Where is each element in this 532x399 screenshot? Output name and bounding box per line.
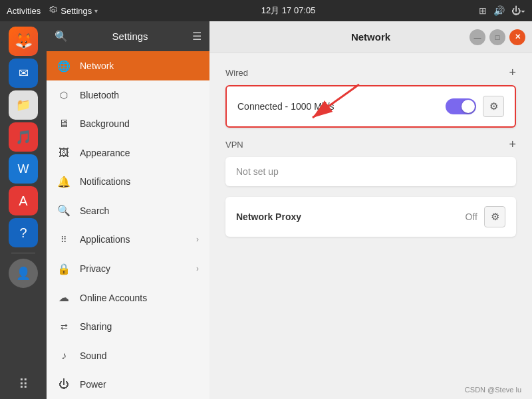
topbar: Activities Settings ▾ 12月 17 07:05 ⊞ 🔊 ⏻… — [0, 0, 532, 21]
settings-gear-icon — [49, 6, 58, 15]
bluetooth-icon: ⬡ — [57, 90, 70, 100]
toggle-knob — [462, 100, 475, 113]
sidebar-label-search: Search — [80, 205, 109, 216]
sidebar-label-notifications: Notifications — [80, 176, 130, 187]
sidebar-item-sharing[interactable]: ⇄ Sharing — [47, 312, 209, 341]
taskbar-rhythmbox[interactable]: 🎵 — [9, 122, 38, 152]
sidebar-label-network: Network — [80, 61, 114, 71]
main-window: 🦊 ✉ 📁 🎵 W A ? 👤 ⠿ 🔍 Settings ☰ 🌐 Network… — [0, 21, 532, 399]
sidebar-item-applications[interactable]: ⠿ Applications › — [47, 225, 209, 255]
taskbar-avatar[interactable]: 👤 — [9, 259, 38, 288]
maximize-button[interactable]: □ — [489, 29, 505, 45]
sidebar-label-applications: Applications — [80, 234, 130, 245]
applications-icon: ⠿ — [57, 235, 70, 245]
sidebar-item-sound[interactable]: ♪ Sound — [47, 341, 209, 370]
sidebar-item-power[interactable]: ⏻ Power — [47, 370, 209, 399]
topbar-app-name: Settings — [61, 6, 92, 16]
topbar-chevron-icon: ▾ — [94, 7, 98, 15]
sidebar-search-icon[interactable]: 🔍 — [55, 30, 68, 43]
settings-panel: 🔍 Settings ☰ 🌐 Network ⬡ Bluetooth 🖥 Bac… — [47, 21, 532, 399]
wired-section-label: Wired — [225, 68, 248, 78]
background-icon: 🖥 — [57, 118, 70, 130]
vpn-section: VPN + Not set up — [225, 138, 516, 186]
sidebar-label-background: Background — [80, 118, 130, 129]
proxy-settings-button[interactable]: ⚙ — [484, 206, 505, 227]
topbar-settings-label[interactable]: Settings ▾ — [49, 6, 98, 16]
sidebar-item-bluetooth[interactable]: ⬡ Bluetooth — [47, 80, 209, 110]
sidebar-label-bluetooth: Bluetooth — [80, 90, 119, 100]
close-button[interactable]: ✕ — [509, 29, 525, 45]
wired-connection-card: Connected - 1000 Mb/s ⚙ — [225, 85, 516, 128]
sidebar-item-network[interactable]: 🌐 Network — [47, 51, 209, 80]
taskbar-firefox[interactable]: 🦊 — [9, 27, 38, 56]
content-title: Network — [351, 31, 390, 43]
taskbar-files[interactable]: 📁 — [9, 90, 38, 120]
applications-chevron-icon: › — [196, 235, 199, 244]
sidebar-label-sharing: Sharing — [80, 321, 112, 332]
taskbar-help[interactable]: ? — [9, 218, 38, 247]
sidebar: 🔍 Settings ☰ 🌐 Network ⬡ Bluetooth 🖥 Bac… — [47, 21, 209, 399]
proxy-status: Off — [466, 211, 477, 222]
wired-connection-label: Connected - 1000 Mb/s — [237, 101, 446, 112]
content-area: Network — □ ✕ Wired + Connected - 1000 M… — [209, 21, 532, 399]
window-controls: — □ ✕ — [469, 29, 525, 45]
power-icon: ⏻ — [57, 378, 70, 390]
content-header: Network — □ ✕ — [209, 21, 532, 53]
sidebar-header: 🔍 Settings ☰ — [47, 21, 209, 51]
network-status-icon: ⊞ — [479, 5, 487, 16]
vpn-section-label: VPN — [225, 140, 243, 150]
network-proxy-card: Network Proxy Off ⚙ — [225, 197, 516, 237]
sidebar-label-online-accounts: Online Accounts — [80, 293, 147, 303]
sidebar-label-sound: Sound — [80, 350, 106, 361]
appearance-icon: 🖼 — [57, 147, 70, 159]
content-body: Wired + Connected - 1000 Mb/s ⚙ VPN — [209, 53, 532, 399]
proxy-label: Network Proxy — [236, 211, 466, 222]
sidebar-item-appearance[interactable]: 🖼 Appearance — [47, 138, 209, 168]
notifications-icon: 🔔 — [57, 176, 70, 188]
sidebar-label-privacy: Privacy — [80, 263, 110, 274]
vpn-section-header: VPN + — [225, 138, 516, 150]
vpn-status-card: Not set up — [225, 157, 516, 186]
sidebar-label-power: Power — [80, 379, 106, 390]
sharing-icon: ⇄ — [57, 322, 70, 332]
wired-add-button[interactable]: + — [509, 66, 516, 78]
taskbar-appstore[interactable]: A — [9, 186, 38, 215]
taskbar: 🦊 ✉ 📁 🎵 W A ? 👤 ⠿ — [0, 21, 47, 399]
volume-icon: 🔊 — [493, 5, 505, 16]
sidebar-item-privacy[interactable]: 🔒 Privacy › — [47, 254, 209, 283]
wired-section-header: Wired + — [225, 66, 516, 78]
watermark: CSDN @Steve lu — [465, 386, 521, 394]
sidebar-item-online-accounts[interactable]: ☁ Online Accounts — [47, 283, 209, 313]
online-accounts-icon: ☁ — [57, 291, 70, 304]
taskbar-thunderbird[interactable]: ✉ — [9, 59, 38, 88]
wired-toggle[interactable] — [446, 98, 476, 114]
sidebar-item-background[interactable]: 🖥 Background — [47, 110, 209, 139]
sound-icon: ♪ — [57, 350, 70, 362]
privacy-chevron-icon: › — [196, 264, 199, 273]
power-menu-icon[interactable]: ⏻▾ — [511, 5, 525, 16]
wired-section: Wired + Connected - 1000 Mb/s ⚙ — [225, 66, 516, 128]
wired-settings-button[interactable]: ⚙ — [483, 96, 504, 117]
minimize-button[interactable]: — — [469, 29, 485, 45]
activities-button[interactable]: Activities — [7, 6, 41, 16]
vpn-status-label: Not set up — [236, 166, 505, 177]
search-icon: 🔍 — [57, 204, 70, 217]
taskbar-writer[interactable]: W — [9, 154, 38, 184]
proxy-row: Network Proxy Off ⚙ — [225, 197, 516, 237]
taskbar-app-grid[interactable]: ⠿ — [9, 370, 38, 399]
vpn-add-button[interactable]: + — [509, 138, 516, 150]
sidebar-title: Settings — [74, 31, 186, 42]
sidebar-menu-icon[interactable]: ☰ — [192, 30, 201, 43]
privacy-icon: 🔒 — [57, 263, 70, 275]
taskbar-divider — [11, 253, 35, 253]
network-icon: 🌐 — [57, 60, 70, 72]
topbar-datetime: 12月 17 07:05 — [261, 5, 316, 17]
sidebar-item-search[interactable]: 🔍 Search — [47, 196, 209, 225]
sidebar-label-appearance: Appearance — [80, 148, 130, 158]
sidebar-item-notifications[interactable]: 🔔 Notifications — [47, 168, 209, 197]
